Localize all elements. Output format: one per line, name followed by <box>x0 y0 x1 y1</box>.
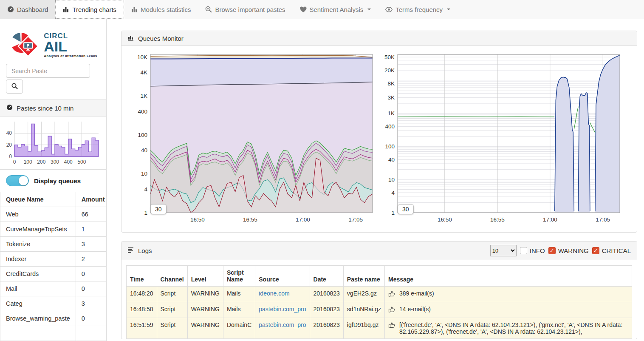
svg-text:16:55: 16:55 <box>490 216 505 223</box>
nav-tab-browse-important-pastes[interactable]: Browse important pastes <box>198 0 292 19</box>
queues-size-chart: 16:5016:5517:0017:0550K20K8K3K1K40010040… <box>380 52 625 224</box>
svg-text:1K: 1K <box>140 93 147 99</box>
svg-text:100: 100 <box>385 143 395 150</box>
nav-tab-label: Sentiment Analysis <box>310 6 364 13</box>
pastes-panel-title: Pastes since 10 min <box>17 105 73 112</box>
log-date: 20160823 <box>310 318 343 339</box>
pastes-since-panel: Pastes since 10 min 01002003004005000204… <box>0 99 106 170</box>
log-script: DomainC <box>223 318 255 339</box>
log-source-link[interactable]: ideone.com <box>259 290 289 297</box>
svg-text:40: 40 <box>388 156 395 163</box>
logs-title: Logs <box>138 247 152 254</box>
svg-text:1K: 1K <box>387 110 395 117</box>
search-button[interactable] <box>6 80 23 94</box>
circl-ail-logo: CIRCL AIL Analysis of Information Leaks <box>3 30 103 60</box>
queue-amount: 3 <box>76 296 107 311</box>
heart-icon <box>300 6 307 13</box>
svg-text:3K: 3K <box>387 94 395 101</box>
gauge-icon <box>6 104 13 112</box>
bar-chart-icon <box>131 6 138 13</box>
toggle-knob <box>19 176 28 185</box>
queue-amount: 66 <box>76 207 107 222</box>
checkbox-critical[interactable]: ✓ CRITICAL <box>592 247 631 254</box>
queue-amount: 0 <box>76 267 107 281</box>
ail-logo-icon <box>9 30 41 60</box>
display-queues-label: Display queues <box>34 177 81 185</box>
table-row: CreditCards0 <box>0 267 107 281</box>
svg-text:1: 1 <box>391 210 395 216</box>
right-chart-range-input[interactable]: 30 <box>398 204 414 214</box>
nav-tab-terms-frequency[interactable]: Terms frequency <box>378 0 458 19</box>
nav-tab-label: Terms frequency <box>395 6 443 13</box>
search-paste-input[interactable] <box>6 64 90 78</box>
nav-tab-trending-charts[interactable]: Trending charts <box>55 0 124 19</box>
table-row <box>0 326 107 341</box>
svg-text:10: 10 <box>141 170 147 177</box>
table-row: CurveManageTopSets1 <box>0 222 107 237</box>
chevron-down-icon <box>447 9 450 10</box>
log-level: WARNING <box>187 287 223 302</box>
log-channel: Script <box>157 302 187 318</box>
search-plus-icon <box>205 6 212 13</box>
svg-text:40: 40 <box>6 130 12 136</box>
log-date: 20160823 <box>310 287 343 302</box>
checkbox-icon: ✓ <box>592 247 599 254</box>
list-icon <box>127 247 134 254</box>
log-source-link[interactable]: pastebin.com_pro <box>259 321 306 328</box>
table-row: 16:48:50 Script WARNING Mails pastebin.c… <box>127 302 632 318</box>
svg-text:10K: 10K <box>137 54 147 60</box>
log-message: [('freenet.de', 'A', <DNS IN A rdata: 62… <box>399 321 628 335</box>
log-paste-name: igfD91bq.gz <box>343 318 384 339</box>
queue-amount: 1 <box>76 222 107 237</box>
nav-tab-modules-statistics[interactable]: Modules statistics <box>124 0 198 19</box>
nav-tab-sentiment-analysis[interactable]: Sentiment Analysis <box>293 0 378 19</box>
checkbox-info[interactable]: INFO <box>520 247 545 254</box>
top-navbar: Dashboard Trending charts Modules statis… <box>0 0 644 19</box>
log-paste-name: vgEH2S.gz <box>343 287 384 302</box>
queue-name: CreditCards <box>0 267 76 281</box>
queues-monitor-title: Queues Monitor <box>138 35 184 42</box>
log-channel: Script <box>157 287 187 302</box>
logs-header: Time <box>127 266 157 287</box>
nav-tab-label: Browse important pastes <box>215 6 285 13</box>
svg-text:16:55: 16:55 <box>243 216 257 223</box>
checkbox-warning[interactable]: ✓ WARNING <box>548 247 589 254</box>
checkbox-icon: ✓ <box>548 247 556 254</box>
gauge-icon <box>7 6 14 13</box>
left-chart-range-input[interactable]: 30 <box>150 204 167 214</box>
queue-name: CurveManageTopSets <box>0 222 76 237</box>
svg-text:50K: 50K <box>384 54 395 60</box>
svg-text:400: 400 <box>138 108 147 115</box>
log-time: 16:48:50 <box>127 302 157 318</box>
log-source-link[interactable]: pastebin.com_pro <box>259 306 306 313</box>
logs-header: Date <box>310 266 343 287</box>
filter-label: INFO <box>530 247 545 254</box>
filter-label: WARNING <box>558 247 589 254</box>
svg-text:100: 100 <box>24 159 32 165</box>
nav-tab-dashboard[interactable]: Dashboard <box>0 0 55 19</box>
table-row: Browse_warning_paste0 <box>0 311 107 326</box>
queue-name: Tokenize <box>0 237 76 252</box>
queue-amount: 3 <box>76 237 107 252</box>
logs-panel: Logs 10 INFO ✓ WARNING ✓ CRIT <box>121 241 637 339</box>
svg-text:4K: 4K <box>140 69 147 76</box>
log-paste-name: sd1nNRai.gz <box>343 302 384 318</box>
chevron-down-icon <box>367 9 371 10</box>
svg-text:100: 100 <box>138 132 147 138</box>
svg-text:4: 4 <box>391 190 395 196</box>
table-row: Web66 <box>0 207 107 222</box>
logs-header: Channel <box>157 266 187 287</box>
display-queues-toggle[interactable] <box>6 175 29 186</box>
nav-tab-label: Modules statistics <box>141 6 191 13</box>
checkbox-icon <box>520 247 527 254</box>
log-date: 20160823 <box>310 302 343 318</box>
queues-processed-chart: 16:5016:5517:0017:0510K4K1K400100401041 <box>133 52 378 224</box>
queue-table-header-amount: Amount <box>76 192 107 207</box>
bar-chart-icon <box>63 6 69 13</box>
queue-name: Browse_warning_paste <box>0 311 76 326</box>
svg-text:17:00: 17:00 <box>543 216 557 223</box>
logs-page-size-select[interactable]: 10 <box>490 245 517 256</box>
logs-table: Time Channel Level Script Name Source Da… <box>126 265 632 339</box>
sidebar: CIRCL AIL Analysis of Information Leaks … <box>0 19 107 341</box>
svg-text:4: 4 <box>144 186 147 193</box>
